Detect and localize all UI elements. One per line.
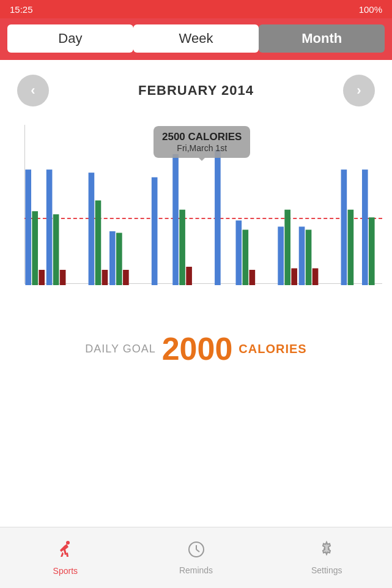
- prev-month-button[interactable]: ‹: [17, 75, 49, 106]
- svg-rect-25: [312, 268, 319, 285]
- svg-rect-10: [116, 233, 122, 286]
- tab-day[interactable]: Day: [7, 24, 133, 53]
- svg-rect-2: [39, 270, 45, 285]
- tab-month[interactable]: Month: [259, 24, 385, 53]
- svg-rect-3: [46, 169, 53, 285]
- status-battery: 100%: [359, 4, 382, 15]
- chart-tooltip: 2500 CALORIES Fri,March 1st: [153, 126, 250, 158]
- clock-icon: [187, 540, 205, 563]
- svg-rect-6: [89, 173, 95, 285]
- svg-rect-21: [284, 210, 290, 286]
- svg-rect-7: [95, 201, 102, 286]
- chart-container: 2500 CALORIES Fri,March 1st: [10, 125, 382, 296]
- svg-rect-9: [109, 231, 116, 285]
- daily-goal-section: DAILY GOAL 2000 CALORIES: [0, 314, 392, 377]
- svg-rect-20: [278, 226, 284, 285]
- svg-rect-18: [243, 229, 249, 285]
- nav-settings-label: Settings: [311, 565, 342, 575]
- svg-rect-12: [152, 177, 158, 286]
- svg-rect-8: [102, 270, 108, 285]
- status-time: 15:25: [10, 4, 33, 15]
- svg-rect-28: [362, 169, 368, 285]
- tab-bar: Day Week Month: [0, 18, 392, 60]
- svg-rect-4: [53, 214, 59, 285]
- daily-goal-value: 2000: [162, 333, 233, 365]
- svg-rect-15: [186, 267, 192, 285]
- svg-rect-11: [123, 270, 129, 285]
- svg-rect-27: [348, 210, 354, 286]
- nav-settings[interactable]: Settings: [261, 527, 392, 588]
- svg-line-33: [196, 549, 199, 552]
- nav-sports[interactable]: Sports: [0, 527, 131, 588]
- status-bar: 15:25 100%: [0, 0, 392, 18]
- tooltip-date: Fri,March 1st: [162, 143, 242, 153]
- svg-rect-0: [25, 169, 31, 285]
- svg-rect-24: [306, 229, 312, 285]
- svg-rect-29: [369, 217, 375, 285]
- svg-rect-23: [299, 226, 305, 285]
- nav-sports-label: Sports: [53, 566, 78, 576]
- next-month-button[interactable]: ›: [343, 75, 375, 106]
- nav-reminds[interactable]: Reminds: [131, 527, 262, 588]
- svg-rect-16: [215, 149, 221, 285]
- gear-icon: [317, 540, 336, 563]
- month-title: FEBRUARY 2014: [138, 83, 254, 99]
- svg-rect-13: [172, 154, 179, 285]
- svg-rect-1: [32, 211, 38, 285]
- svg-rect-26: [341, 169, 347, 285]
- daily-goal-label: DAILY GOAL: [85, 343, 155, 355]
- svg-rect-14: [179, 210, 185, 286]
- svg-rect-17: [235, 220, 242, 285]
- svg-rect-22: [291, 268, 297, 285]
- runner-icon: [56, 540, 75, 564]
- svg-rect-5: [60, 270, 66, 285]
- svg-rect-19: [250, 270, 256, 285]
- month-nav: ‹ FEBRUARY 2014 ›: [0, 60, 392, 119]
- tooltip-calories: 2500 CALORIES: [162, 131, 242, 143]
- nav-reminds-label: Reminds: [179, 565, 213, 575]
- bottom-nav: Sports Reminds Settings: [0, 527, 392, 588]
- chart-area: 2500 CALORIES Fri,March 1st: [0, 119, 392, 314]
- tab-week[interactable]: Week: [133, 24, 259, 53]
- daily-goal-unit: CALORIES: [239, 342, 306, 356]
